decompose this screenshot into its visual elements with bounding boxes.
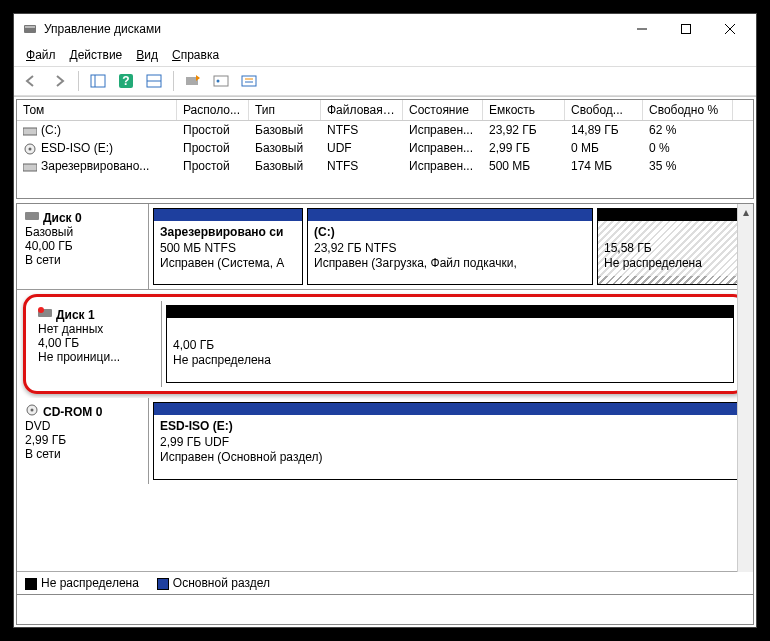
volume-row[interactable]: (C:) Простой Базовый NTFS Исправен... 23…	[17, 121, 753, 139]
svg-rect-18	[23, 128, 37, 135]
menu-file[interactable]: Файл	[20, 46, 62, 64]
scroll-up-icon[interactable]: ▴	[738, 204, 753, 220]
minimize-button[interactable]	[620, 15, 664, 43]
partition[interactable]: Зарезервировано си500 МБ NTFSИсправен (С…	[153, 208, 303, 285]
toolbar-icon-2[interactable]	[143, 70, 165, 92]
close-button[interactable]	[708, 15, 752, 43]
disk-row-cdrom[interactable]: CD-ROM 0 DVD 2,99 ГБ В сети ESD-ISO (E:)…	[17, 398, 753, 484]
app-icon	[22, 21, 38, 37]
svg-rect-15	[242, 76, 256, 86]
forward-button[interactable]	[48, 70, 70, 92]
svg-rect-6	[91, 75, 105, 87]
svg-rect-3	[682, 25, 691, 34]
partition-unallocated[interactable]: 15,58 ГБНе распределена	[597, 208, 747, 285]
legend-swatch-primary	[157, 578, 169, 590]
disk-error-icon	[38, 307, 52, 322]
help-icon[interactable]: ?	[115, 70, 137, 92]
col-capacity[interactable]: Емкость	[483, 100, 565, 120]
svg-point-24	[38, 307, 44, 313]
refresh-icon[interactable]	[182, 70, 204, 92]
back-button[interactable]	[20, 70, 42, 92]
col-volume[interactable]: Том	[17, 100, 177, 120]
col-type[interactable]: Тип	[249, 100, 321, 120]
col-fs[interactable]: Файловая с...	[321, 100, 403, 120]
maximize-button[interactable]	[664, 15, 708, 43]
bottom-pane	[16, 595, 754, 625]
toolbar-icon-4[interactable]	[238, 70, 260, 92]
disk-row-1[interactable]: Диск 1 Нет данных 4,00 ГБ Не проиници...…	[30, 301, 740, 387]
partition[interactable]: ESD-ISO (E:)2,99 ГБ UDFИсправен (Основно…	[153, 402, 747, 480]
svg-point-20	[29, 147, 32, 150]
toolbar-icon-1[interactable]	[87, 70, 109, 92]
legend-swatch-unallocated	[25, 578, 37, 590]
volume-row[interactable]: Зарезервировано... Простой Базовый NTFS …	[17, 157, 753, 175]
menubar: Файл Действие Вид Справка	[14, 44, 756, 66]
disk-info: Диск 1 Нет данных 4,00 ГБ Не проиници...	[30, 301, 162, 387]
legend: Не распределена Основной раздел	[17, 571, 753, 594]
volume-header: Том Располо... Тип Файловая с... Состоян…	[17, 100, 753, 121]
scrollbar-vertical[interactable]: ▴	[737, 204, 753, 572]
svg-point-14	[217, 80, 220, 83]
partition[interactable]: (C:)23,92 ГБ NTFSИсправен (Загрузка, Фай…	[307, 208, 593, 285]
toolbar: ?	[14, 66, 756, 96]
menu-help[interactable]: Справка	[166, 46, 225, 64]
svg-rect-1	[25, 26, 35, 28]
disk-icon	[25, 210, 39, 225]
col-status[interactable]: Состояние	[403, 100, 483, 120]
volume-list[interactable]: Том Располо... Тип Файловая с... Состоян…	[16, 99, 754, 199]
titlebar: Управление дисками	[14, 14, 756, 44]
disc-icon	[23, 143, 37, 155]
col-layout[interactable]: Располо...	[177, 100, 249, 120]
disc-icon	[25, 404, 39, 419]
svg-rect-22	[25, 212, 39, 220]
drive-icon	[23, 125, 37, 137]
menu-action[interactable]: Действие	[64, 46, 129, 64]
svg-rect-13	[214, 76, 228, 86]
col-freepct[interactable]: Свободно %	[643, 100, 733, 120]
volume-row[interactable]: ESD-ISO (E:) Простой Базовый UDF Исправе…	[17, 139, 753, 157]
svg-rect-21	[23, 164, 37, 171]
disk-management-window: Управление дисками Файл Действие Вид Спр…	[13, 13, 757, 628]
disk-info: Диск 0 Базовый 40,00 ГБ В сети	[17, 204, 149, 289]
svg-point-26	[31, 409, 34, 412]
drive-icon	[23, 161, 37, 173]
col-free[interactable]: Свобод...	[565, 100, 643, 120]
partition-unallocated[interactable]: 4,00 ГБНе распределена	[166, 305, 734, 383]
disk-graphical-panel: ▴ Диск 0 Базовый 40,00 ГБ В сети Зарезер…	[16, 203, 754, 595]
menu-view[interactable]: Вид	[130, 46, 164, 64]
disk-info: CD-ROM 0 DVD 2,99 ГБ В сети	[17, 398, 149, 484]
svg-text:?: ?	[122, 74, 129, 88]
window-title: Управление дисками	[44, 22, 620, 36]
disk-row-0[interactable]: Диск 0 Базовый 40,00 ГБ В сети Зарезерви…	[17, 204, 753, 290]
highlighted-disk: Диск 1 Нет данных 4,00 ГБ Не проиници...…	[23, 294, 747, 394]
content-area: Том Располо... Тип Файловая с... Состоян…	[14, 96, 756, 627]
toolbar-icon-3[interactable]	[210, 70, 232, 92]
